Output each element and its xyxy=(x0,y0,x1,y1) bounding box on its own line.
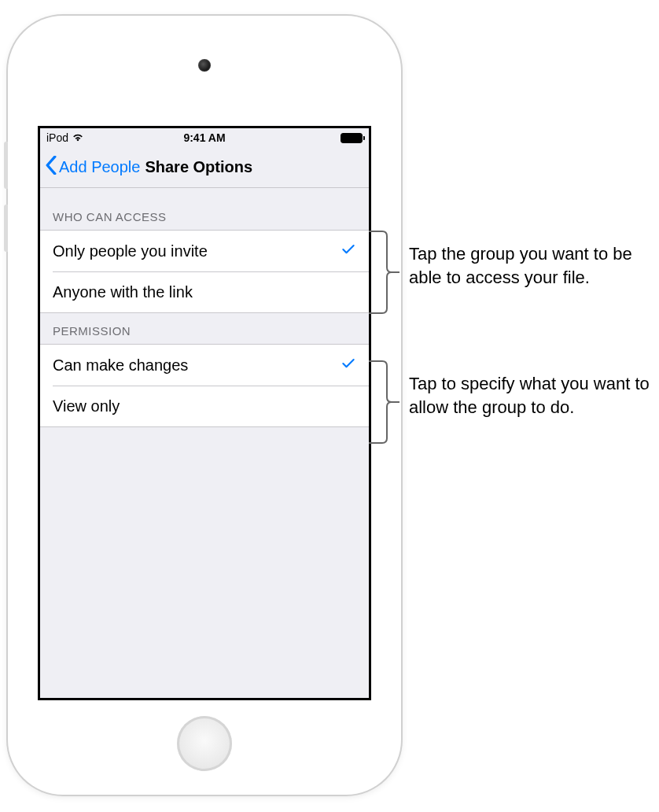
section-header-access: Who Can Access xyxy=(40,188,369,230)
permission-option-can-edit[interactable]: Can make changes xyxy=(40,345,369,386)
device-frame: iPod 9:41 AM Add People Share Options Wh… xyxy=(8,16,401,795)
callout-bracket-permission xyxy=(368,358,401,446)
back-button[interactable]: Add People xyxy=(40,156,140,179)
cell-label: Can make changes xyxy=(53,356,188,375)
home-button xyxy=(177,716,232,771)
status-bar: iPod 9:41 AM xyxy=(40,128,369,147)
checkmark-icon xyxy=(341,242,356,260)
carrier-label: iPod xyxy=(46,131,68,144)
access-options-group: Only people you invite Anyone with the l… xyxy=(40,230,369,313)
back-label: Add People xyxy=(59,158,140,176)
permission-option-view-only[interactable]: View only xyxy=(40,386,369,426)
status-left: iPod xyxy=(46,131,84,145)
nav-bar: Add People Share Options xyxy=(40,147,369,188)
front-camera xyxy=(198,59,211,72)
volume-up-button xyxy=(4,142,8,189)
cell-label: View only xyxy=(53,397,120,415)
page-title: Share Options xyxy=(145,158,252,176)
content: Who Can Access Only people you invite An… xyxy=(40,188,369,427)
callout-permission: Tap to specify what you want to allow th… xyxy=(409,372,653,419)
access-option-invite-only[interactable]: Only people you invite xyxy=(40,231,369,271)
section-header-permission: Permission xyxy=(40,313,369,344)
cell-label: Only people you invite xyxy=(53,242,208,260)
wifi-icon xyxy=(72,131,84,145)
cell-label: Anyone with the link xyxy=(53,283,193,301)
chevron-left-icon xyxy=(45,156,57,179)
callout-bracket-access xyxy=(368,228,401,316)
screen: iPod 9:41 AM Add People Share Options Wh… xyxy=(38,126,371,700)
access-option-anyone-link[interactable]: Anyone with the link xyxy=(40,271,369,312)
status-right xyxy=(341,133,363,143)
clock-label: 9:41 AM xyxy=(40,131,369,144)
permission-options-group: Can make changes View only xyxy=(40,344,369,427)
checkmark-icon xyxy=(341,356,356,375)
callout-access: Tap the group you want to be able to acc… xyxy=(409,242,653,289)
volume-down-button xyxy=(4,205,8,252)
battery-icon xyxy=(341,133,363,143)
